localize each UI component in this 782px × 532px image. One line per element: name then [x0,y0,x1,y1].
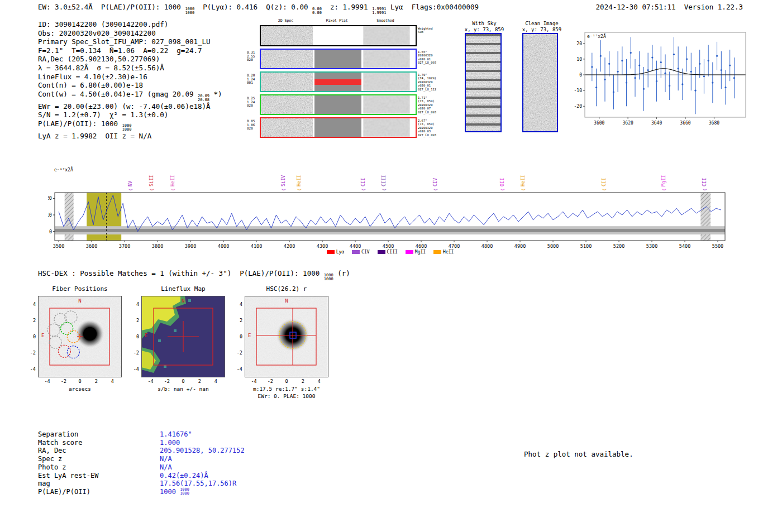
info-line: ID: 3090142200 (3090142200.pdf) [38,20,222,29]
cutout-ytick-label: 2 [130,318,139,323]
smoothed-image [363,118,410,137]
x-ticks: 36003620364036603680 [594,117,719,126]
match-row-value: 205.901528, 50.277152 [160,447,245,455]
hsc-match-text: HSC-DEX : Possible Matches = 1 (within +… [38,269,324,277]
withsky-title-block: With Sky x, y: 73, 859 [455,21,513,33]
spectrum-legend: LyαCIVCIIIMgIIHeII [48,250,732,255]
cutout-ytick-label: -4 [233,366,242,372]
svg-text:4100: 4100 [251,243,262,249]
emission-line-brace: { [521,189,526,191]
emission-line-label: HeII [296,175,302,186]
cutout-ytick-label: 2 [233,318,242,323]
hsc-xlabel-2: EWr: 0. PLAE: 1000 [239,393,334,399]
noise-envelope-inner [55,229,725,232]
hsc-r-cutout [245,296,328,377]
hsc-match-header: HSC-DEX : Possible Matches = 1 (within +… [38,269,350,281]
svg-text:5400: 5400 [679,243,690,249]
info-line: RA,Dec (205.902130,50.277069) [38,55,222,64]
clean-title: Clean Image [513,21,571,27]
y-units-label: e⁻¹⁷x2Å [54,166,73,172]
twod-row-right-labels: 2.67"(73, 859)20200320v020_03027_LU_093 [418,119,447,137]
svg-text:4900: 4900 [514,243,526,249]
emission-line-label: CIII [381,175,387,186]
noise-image [261,73,313,91]
info-text: S/N = 1.2(±0.7) χ² = 1.3(±0.0) [38,111,168,119]
twod-header-smoothed: Smoothed [362,18,409,25]
smoothed-noise-image [363,26,410,45]
withsky-image [465,33,502,132]
photz-note: Phot z plot not available. [524,450,633,458]
emission-line-brace: { [128,189,133,191]
smoothed-noise-image [363,118,410,137]
info-text: Cont(w) = 4.50(±0.04)e-17 (gmag 20.09 [38,90,198,98]
cutout-xtick-label: -2 [163,378,171,384]
legend-swatch [327,250,335,254]
svg-text:-10: -10 [574,88,583,93]
svg-text:3620: 3620 [623,121,633,126]
emission-line-label: CIV [432,178,438,186]
svg-text:5100: 5100 [580,243,592,249]
cutout-ytick-label: 0 [233,334,242,339]
noise-image [261,26,313,45]
noise-image [261,95,313,114]
cutout-ytick-label: -2 [130,350,139,356]
fiber-positions-title: Fiber Positions [38,285,122,293]
match-row-label: RA, Dec [38,447,160,455]
smoothed-image [363,26,410,45]
twod-row-right-labels: WeightedSum [418,27,447,34]
full-spectrum-plot: 3500360037003800390040004100420043004400… [48,165,732,255]
emission-line-brace: { [500,189,505,191]
lineflux-east-label: E [145,333,147,338]
match-table: Separation1.41676"Match score1.000RA, De… [38,430,245,496]
match-row-label: P(LAE)/P(OII) [38,488,160,496]
info-text: ID: 3090142200 (3090142200.pdf) [38,20,168,28]
x-ticks: 3500360037003800390040004100420043004400… [53,241,723,249]
withsky-coords: x, y: 73, 859 [455,27,513,33]
cutout-ytick-label: 0 [27,334,36,339]
info-line: LineFlux = 4.10(±2.30)e-16 [38,73,222,82]
fraction-bottom: 20.08 [198,98,209,102]
svg-text:4500: 4500 [383,243,394,249]
fraction-bottom: 1000 [180,492,189,496]
header-flags: Flags:0x00400009 [412,3,479,11]
withsky-stripes [466,34,500,131]
stacked-fraction: 10001000 [180,488,189,496]
hsc-fraction: 10001000 [324,274,333,281]
header-z-line: Lyα [386,3,411,11]
cutout-xtick-label: 4 [108,378,117,384]
twod-row-right-labels: 1.71"(73, 859)20200320v020_07027_LU_093 [418,96,447,114]
twod-spec-image [261,50,313,68]
info-text: RA,Dec (205.902130,50.277069) [38,55,160,63]
header-plae: P(LAE)/P(OII): 1000 [101,3,185,11]
svg-text:4600: 4600 [416,243,427,249]
emission-line-label: CII [360,178,366,186]
cutout-xtick-label: 2 [92,378,101,384]
twod-row: 0.312.550201.55"20200320v020_01027_LU_09… [260,49,417,69]
legend-item: HeII [433,250,454,255]
twod-row-left-labels: 0.312.55020 [247,51,260,62]
twod-left-label: 020 [247,104,260,108]
legend-label: MgII [415,250,426,255]
cutout-xtick-label: -4 [250,378,259,384]
legend-item: CIII [378,250,398,255]
twod-right-label: 027_LU_093 [418,133,447,137]
withsky-title: With Sky [455,21,513,27]
info-block: ID: 3090142200 (3090142200.pdf)Obs: 2020… [38,20,222,141]
twod-spec-image [261,118,313,137]
emission-line-label: OII [499,178,505,186]
pixel-flat-image [314,26,361,45]
twod-left-label: 020 [247,58,260,62]
match-row-value: N/A [160,455,172,463]
galaxy-blob [83,327,97,341]
cutout-xtick-label: -4 [43,378,52,384]
twod-right-label: 027_LU_093 [418,111,447,114]
y-ticks: 20100-10-20 [574,41,585,109]
twod-spec-image [261,73,313,91]
svg-text:3600: 3600 [86,243,97,249]
svg-text:3500: 3500 [53,243,64,249]
svg-text:4400: 4400 [350,243,361,249]
emission-line-label: HeII [170,175,175,186]
cutout-ytick-label: 2 [27,318,36,323]
pixel-flat-image [314,118,361,137]
cutout-ytick-label: -2 [233,350,242,356]
